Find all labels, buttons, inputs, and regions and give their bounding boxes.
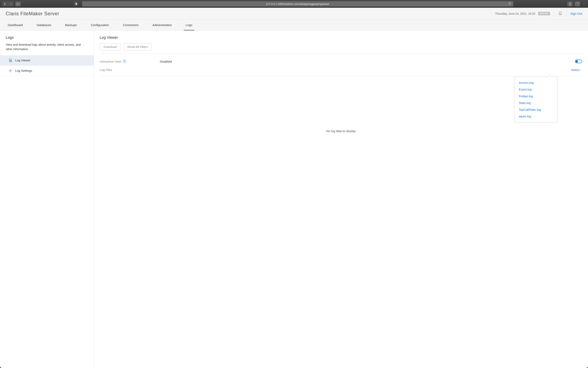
tab-logs[interactable]: Logs <box>184 20 194 30</box>
sidebar-item-log-viewer[interactable]: Log Viewer <box>0 55 94 66</box>
sidebar-icon <box>17 3 19 5</box>
app-window: Claris FileMaker Server Thursday, June 2… <box>0 8 588 368</box>
dropdown-option-topcallstats[interactable]: TopCallStats.log <box>515 106 557 113</box>
forward-button[interactable] <box>8 1 13 6</box>
no-data-message: No log data to display <box>100 129 582 133</box>
select-label-text: Select <box>571 68 580 72</box>
action-button-row: Download Reset All Filters <box>100 43 582 54</box>
log-files-dropdown: Access.log Event.log fmdapi.log Stats.lo… <box>514 77 557 122</box>
server-badge: SERVER <box>538 12 550 15</box>
interactive-view-toggle[interactable] <box>575 60 582 63</box>
notifications-button[interactable] <box>559 11 562 16</box>
svg-rect-0 <box>17 3 19 5</box>
download-button[interactable]: Download <box>100 43 121 50</box>
tab-configuration[interactable]: Configuration <box>89 20 111 30</box>
shield-icon <box>75 2 77 5</box>
svg-point-4 <box>11 61 12 62</box>
page-title: Log Viewer <box>100 36 582 40</box>
label-text: Interactive View <box>100 60 121 63</box>
label-text: Log Files <box>100 68 112 72</box>
tab-administration[interactable]: Administration <box>150 20 174 30</box>
dropdown-option-stats[interactable]: Stats.log <box>515 100 557 106</box>
dropdown-option-fmdapi[interactable]: fmdapi.log <box>515 93 557 100</box>
signout-link[interactable]: Sign Out <box>570 12 582 15</box>
dropdown-option-event[interactable]: Event.log <box>515 86 557 93</box>
tabs-icon <box>576 3 579 5</box>
chevron-right-icon <box>10 3 12 5</box>
header-timestamp: Thursday, June 24, 2021, 16:20 <box>495 12 535 15</box>
new-tab-button[interactable]: ＋ <box>582 1 586 6</box>
divider <box>554 11 554 17</box>
log-files-label: Log Files <box>100 68 160 72</box>
toggle-knob <box>576 60 578 63</box>
dropdown-option-wpe0[interactable]: wpe0.log <box>515 113 557 120</box>
app-body: Logs View and download logs about activi… <box>0 31 588 368</box>
sidebar-description: View and download logs about activity, c… <box>0 43 94 55</box>
tab-backups[interactable]: Backups <box>63 20 79 30</box>
sidebar-title: Logs <box>0 36 94 43</box>
sidebar-item-label: Log Settings <box>15 69 32 72</box>
log-files-select[interactable]: Select ⌄ <box>571 68 582 72</box>
tabs-button[interactable] <box>575 1 580 6</box>
tab-dashboard[interactable]: Dashboard <box>6 20 25 30</box>
sidebar: Logs View and download logs about activi… <box>0 31 94 368</box>
share-button[interactable] <box>567 1 573 6</box>
tab-bar: Dashboard Databases Backups Configuratio… <box>0 19 588 31</box>
chevron-down-icon: ⌄ <box>581 69 582 71</box>
log-files-row: Log Files Select ⌄ <box>100 66 582 76</box>
tab-databases[interactable]: Databases <box>35 20 53 30</box>
interactive-view-label: Interactive View ? <box>100 60 160 63</box>
interactive-view-row: Interactive View ? Disabled <box>100 57 582 66</box>
dropdown-option-access[interactable]: Access.log <box>515 79 557 86</box>
document-icon <box>9 58 12 62</box>
reader-button[interactable] <box>73 1 79 6</box>
sidebar-item-log-settings[interactable]: Log Settings <box>0 66 94 76</box>
back-button[interactable] <box>2 1 8 6</box>
divider <box>566 11 566 17</box>
svg-point-5 <box>10 70 11 71</box>
main-content: Log Viewer Download Reset All Filters In… <box>94 31 588 368</box>
interactive-view-value: Disabled <box>160 60 172 63</box>
url-text: 127.0.0.1:16001/admin-console/app/loggin… <box>266 2 329 6</box>
share-icon <box>569 2 571 5</box>
reset-filters-button[interactable]: Reset All Filters <box>124 43 152 50</box>
url-bar[interactable]: 127.0.0.1:16001/admin-console/app/loggin… <box>82 1 513 7</box>
sidebar-toggle-button[interactable] <box>15 1 21 6</box>
refresh-icon[interactable] <box>509 2 511 6</box>
chevron-left-icon <box>4 3 6 5</box>
help-icon[interactable]: ? <box>123 60 126 63</box>
app-header: Claris FileMaker Server Thursday, June 2… <box>0 8 588 19</box>
svg-rect-3 <box>576 3 578 5</box>
app-title: Claris FileMaker Server <box>6 11 59 17</box>
sidebar-item-label: Log Viewer <box>15 58 30 62</box>
bell-icon <box>559 11 562 15</box>
tab-connectors[interactable]: Connectors <box>121 20 141 30</box>
gear-icon <box>9 69 12 73</box>
browser-toolbar: 127.0.0.1:16001/admin-console/app/loggin… <box>0 0 588 8</box>
